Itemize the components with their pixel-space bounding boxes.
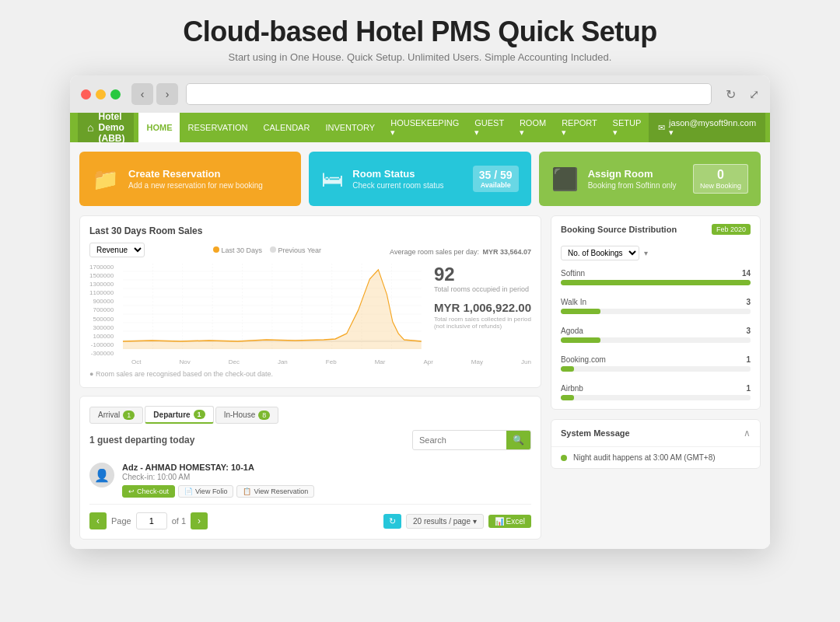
- nav-user[interactable]: ✉ jason@mysoft9nn.com ▾: [649, 113, 765, 142]
- guest-meta: Check-in: 10:00 AM: [122, 473, 531, 481]
- sys-msg-title: System Message: [561, 428, 630, 438]
- refresh-results-button[interactable]: ↻: [383, 514, 401, 529]
- nav-item-home[interactable]: HOME: [138, 113, 180, 142]
- content-grid: Last 30 Days Room Sales Revenue Last 30 …: [79, 215, 761, 540]
- room-status-available: 35 / 59: [479, 169, 513, 181]
- checkout-label: Check-out: [137, 487, 169, 495]
- nav-item-housekeeping--[interactable]: HOUSEKEEPING ▾: [383, 113, 467, 142]
- booking-source-header: Booking Source Distribution Feb 2020: [551, 216, 760, 241]
- folio-button[interactable]: 📄 View Folio: [178, 485, 233, 498]
- guest-info: Adz - AHMAD HOMESTAY: 10-1A Check-in: 10…: [122, 463, 531, 498]
- forward-button[interactable]: ›: [156, 83, 178, 105]
- page-title: Cloud-based Hotel PMS Quick Setup: [183, 16, 657, 48]
- guest-actions: ↩ Check-out 📄 View Folio 📋: [122, 485, 531, 498]
- chart-svg: [123, 264, 422, 357]
- assign-room-action[interactable]: 0 New Booking: [693, 164, 748, 194]
- bs-bar-fill: [561, 309, 600, 314]
- collapse-icon[interactable]: ∧: [744, 428, 751, 439]
- booking-source-title: Booking Source Distribution: [561, 225, 677, 234]
- main-area: 📁 Create Reservation Add a new reservati…: [70, 142, 770, 549]
- bs-bar-bg: [561, 309, 751, 314]
- tab-in-house[interactable]: In-House 8: [215, 407, 279, 424]
- assign-room-card[interactable]: ⬛ Assign Room Booking from Softinn only …: [539, 152, 761, 206]
- bs-source-name: Airbnb: [561, 384, 583, 393]
- top-nav: ⌂ Hotel Demo (ABB) HOMERESERVATIONCALEND…: [70, 113, 770, 142]
- chart-metric-select[interactable]: Revenue: [89, 243, 145, 257]
- search-box: 🔍: [412, 430, 531, 450]
- tab-label: Arrival: [98, 411, 120, 419]
- x-axis-labels: OctNovDecJanFebMarAprMayJun: [89, 358, 531, 365]
- results-per-page-button[interactable]: 20 results / page ▾: [406, 514, 484, 529]
- room-status-info: Room Status Check current room status: [352, 168, 464, 190]
- room-status-sub: Check current room status: [352, 181, 464, 190]
- nav-brand[interactable]: ⌂ Hotel Demo (ABB): [78, 113, 134, 142]
- back-button[interactable]: ‹: [131, 83, 153, 105]
- dot-yellow[interactable]: [96, 89, 106, 100]
- tab-arrival[interactable]: Arrival 1: [89, 407, 143, 424]
- dashboard-cards: 📁 Create Reservation Add a new reservati…: [79, 152, 761, 206]
- url-bar[interactable]: [186, 83, 712, 105]
- folio-icon: 📄: [184, 487, 193, 495]
- bs-bar-fill: [561, 280, 751, 285]
- tab-badge: 8: [258, 411, 270, 420]
- chart-stats: 92 Total rooms occupied in period MYR 1,…: [428, 264, 531, 357]
- guest-table-section: Arrival 1Departure 1In-House 8 1 guest d…: [79, 396, 541, 540]
- nav-item-room--[interactable]: ROOM ▾: [512, 113, 554, 142]
- legend-30-label: Last 30 Days: [222, 246, 263, 254]
- assign-room-title: Assign Room: [588, 168, 684, 180]
- browser-chrome: ‹ › ↻ ⤢: [70, 75, 770, 113]
- tab-departure[interactable]: Departure 1: [145, 406, 213, 424]
- search-button[interactable]: 🔍: [506, 431, 530, 449]
- nav-item-inventory[interactable]: INVENTORY: [317, 113, 383, 142]
- nav-item-calendar[interactable]: CALENDAR: [256, 113, 318, 142]
- bs-source-name: Softinn: [561, 269, 585, 278]
- dot-red[interactable]: [81, 89, 91, 100]
- guest-row: 👤 Adz - AHMAD HOMESTAY: 10-1A Check-in: …: [89, 456, 531, 505]
- checkout-button[interactable]: ↩ Check-out: [122, 485, 175, 498]
- refresh-icon[interactable]: ↻: [719, 83, 741, 105]
- system-message-card: System Message ∧ Night audit happens at …: [551, 419, 761, 469]
- browser-window: ‹ › ↻ ⤢ ⌂ Hotel Demo (ABB) HOMERESERVATI…: [70, 75, 770, 549]
- nav-item-setup--[interactable]: SETUP ▾: [605, 113, 649, 142]
- booking-source-card: Booking Source Distribution Feb 2020 No.…: [551, 215, 761, 410]
- bs-source-count: 14: [742, 269, 751, 278]
- app-content: ⌂ Hotel Demo (ABB) HOMERESERVATIONCALEND…: [70, 113, 770, 549]
- chart-body: 1700000150000013000001100000900000700000…: [89, 264, 531, 357]
- search-input[interactable]: [413, 432, 506, 449]
- room-status-badge: 35 / 59 Available: [473, 166, 519, 192]
- sys-msg-item: Night audit happens at 3:00 AM (GMT+8): [561, 453, 751, 462]
- chart-legend: Last 30 Days Previous Year: [213, 246, 321, 254]
- bs-metric-select[interactable]: No. of Bookings: [561, 246, 639, 260]
- tabs-row: Arrival 1Departure 1In-House 8: [89, 406, 531, 424]
- prev-page-button[interactable]: ‹: [89, 512, 107, 529]
- sys-msg-dot: [561, 455, 567, 461]
- expand-icon[interactable]: ⤢: [749, 87, 759, 102]
- stat1-label: Total rooms occupied in period: [434, 285, 531, 293]
- nav-item-guest--[interactable]: GUEST ▾: [467, 113, 512, 142]
- bs-source-name: Walk In: [561, 298, 586, 306]
- svg-marker-19: [123, 270, 422, 349]
- nav-item-report--[interactable]: REPORT ▾: [554, 113, 604, 142]
- room-status-card[interactable]: 🛏 Room Status Check current room status …: [309, 152, 530, 206]
- bs-bar-fill: [561, 395, 574, 400]
- assign-room-sub: Booking from Softinn only: [588, 181, 684, 190]
- excel-button[interactable]: 📊 Excel: [488, 515, 531, 528]
- user-email: jason@mysoft9nn.com ▾: [669, 118, 756, 138]
- create-reservation-icon: 📁: [92, 166, 119, 192]
- dot-green[interactable]: [110, 89, 121, 100]
- bs-source-count: 1: [746, 384, 751, 393]
- room-status-available-label: Available: [479, 181, 513, 189]
- legend-prev-label: Previous Year: [278, 246, 322, 254]
- nav-item-reservation[interactable]: RESERVATION: [180, 113, 255, 142]
- browser-dots: [81, 89, 121, 100]
- sys-msg-text: Night audit happens at 3:00 AM (GMT+8): [573, 453, 716, 462]
- chart-avg-label: Average room sales per day:: [390, 248, 479, 256]
- bs-source-item: Walk In 3: [551, 294, 760, 323]
- next-page-button[interactable]: ›: [191, 512, 208, 529]
- stat2-value: MYR 1,006,922.00: [434, 301, 531, 314]
- home-icon: ⌂: [87, 121, 93, 134]
- table-header-row: 1 guest departing today 🔍: [89, 430, 531, 450]
- reservation-button[interactable]: 📋 View Reservation: [236, 485, 314, 498]
- create-reservation-card[interactable]: 📁 Create Reservation Add a new reservati…: [79, 152, 301, 206]
- page-input[interactable]: [136, 512, 167, 529]
